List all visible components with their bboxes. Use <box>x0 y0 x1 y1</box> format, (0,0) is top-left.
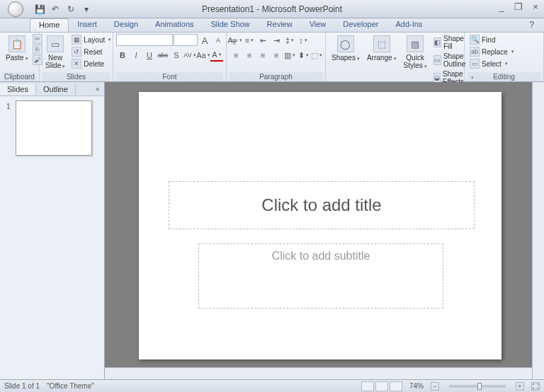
slide-thumbnail[interactable]: 1 <box>16 100 92 156</box>
underline-button[interactable]: U <box>143 49 156 62</box>
slideshow-view-button[interactable] <box>390 381 402 391</box>
slide[interactable]: Click to add title Click to add subtitle <box>139 92 502 359</box>
group-paragraph: ≔ ≡ ⇤ ⇥ ‡ ↕ ≡ ≡ ≡ ≡ ▥ ⬍ ⬚ Paragraph <box>227 33 326 81</box>
undo-icon[interactable]: ↶ <box>50 4 61 15</box>
smartart-button[interactable]: ⬚ <box>310 49 323 62</box>
redo-icon[interactable]: ↻ <box>65 4 76 15</box>
arrange-icon: ⬚ <box>373 35 390 52</box>
slide-canvas-area: Click to add title Click to add subtitle <box>105 82 544 379</box>
tab-review[interactable]: Review <box>259 18 301 32</box>
panel-tabs: Slides Outline × <box>0 82 104 96</box>
title-bar: 💾 ↶ ↻ ▾ Presentation1 - Microsoft PowerP… <box>0 0 544 18</box>
font-color-button[interactable]: A <box>210 49 223 62</box>
paragraph-group-label: Paragraph <box>230 72 322 81</box>
zoom-percent[interactable]: 74% <box>409 382 424 390</box>
new-slide-label: New Slide <box>45 54 65 70</box>
grow-font-button[interactable]: A <box>198 34 211 47</box>
zoom-in-button[interactable]: + <box>516 382 524 391</box>
save-icon[interactable]: 💾 <box>34 4 45 15</box>
align-right-button[interactable]: ≡ <box>256 49 269 62</box>
fit-to-window-button[interactable]: ⛶ <box>531 382 540 391</box>
new-slide-icon: ▭ <box>47 35 64 52</box>
tab-view[interactable]: View <box>301 18 335 32</box>
qat-more-icon[interactable]: ▾ <box>81 4 92 15</box>
title-placeholder[interactable]: Click to add title <box>169 181 475 229</box>
line-spacing-button[interactable]: ‡ <box>283 34 296 47</box>
minimize-button[interactable]: _ <box>496 1 507 11</box>
group-clipboard: 📋 Paste ✂ ⎘ 🖌 Clipboard <box>0 33 40 81</box>
new-slide-button[interactable]: ▭ New Slide <box>42 34 68 71</box>
status-bar: Slide 1 of 1 "Office Theme" 74% − + ⛶ <box>0 379 544 392</box>
office-button[interactable] <box>3 0 28 18</box>
find-button[interactable]: 🔍Find <box>468 34 516 45</box>
columns-button[interactable]: ▥ <box>283 49 296 62</box>
group-font: A A Aᵪ B I U abc S AV Aa A Font <box>113 33 227 81</box>
align-text-button[interactable]: ⬍ <box>297 49 310 62</box>
zoom-thumb[interactable] <box>477 383 482 390</box>
paste-label: Paste <box>6 54 28 62</box>
quick-styles-button[interactable]: ▨Quick Styles <box>401 34 430 71</box>
vertical-scrollbar[interactable] <box>532 82 544 379</box>
panel-tab-outline[interactable]: Outline <box>36 83 76 95</box>
increase-indent-button[interactable]: ⇥ <box>270 34 283 47</box>
window-title: Presentation1 - Microsoft PowerPoint <box>202 4 342 14</box>
work-area: Slides Outline × 1 Click to add title Cl… <box>0 82 544 379</box>
panel-close-button[interactable]: × <box>91 85 104 93</box>
zoom-out-button[interactable]: − <box>431 382 439 391</box>
tab-home[interactable]: Home <box>30 18 69 32</box>
shape-effects-icon: ◒ <box>434 73 441 83</box>
replace-button[interactable]: abReplace <box>468 46 516 57</box>
tab-slideshow[interactable]: Slide Show <box>203 18 259 32</box>
help-button[interactable]: ? <box>525 18 538 32</box>
tab-design[interactable]: Design <box>106 18 147 32</box>
text-direction-button[interactable]: ↕ <box>297 34 310 47</box>
change-case-button[interactable]: Aa <box>197 49 210 62</box>
select-button[interactable]: ▭Select <box>468 58 516 69</box>
decrease-indent-button[interactable]: ⇤ <box>256 34 269 47</box>
bold-button[interactable]: B <box>116 49 129 62</box>
find-icon: 🔍 <box>470 35 480 45</box>
normal-view-button[interactable] <box>361 381 374 391</box>
window-controls: _ ❐ × <box>496 1 541 11</box>
editing-group-label: Editing <box>468 72 540 81</box>
paste-button[interactable]: 📋 Paste <box>3 34 31 64</box>
bullets-button[interactable]: ≔ <box>230 34 242 47</box>
thumb-number: 1 <box>6 103 11 110</box>
font-size-combo[interactable] <box>174 34 198 46</box>
align-center-button[interactable]: ≡ <box>243 49 256 62</box>
layout-button[interactable]: ▦Layout <box>69 34 113 45</box>
char-spacing-button[interactable]: AV <box>183 49 196 62</box>
zoom-slider[interactable] <box>449 385 506 388</box>
delete-button[interactable]: ✕Delete <box>69 58 113 69</box>
tab-insert[interactable]: Insert <box>69 18 106 32</box>
numbering-button[interactable]: ≡ <box>243 34 256 47</box>
horizontal-scrollbar[interactable] <box>105 367 532 379</box>
group-slides: ▭ New Slide ▦Layout ↺Reset ✕Delete Slide… <box>40 33 113 81</box>
arrange-button[interactable]: ⬚Arrange <box>364 34 400 64</box>
font-family-combo[interactable] <box>116 34 173 46</box>
thumbnail-area: 1 <box>0 96 104 379</box>
status-theme: "Office Theme" <box>47 382 94 390</box>
sorter-view-button[interactable] <box>375 381 388 391</box>
reset-icon: ↺ <box>72 47 81 57</box>
delete-icon: ✕ <box>72 59 81 69</box>
italic-button[interactable]: I <box>130 49 142 62</box>
shadow-button[interactable]: S <box>170 49 183 62</box>
reset-button[interactable]: ↺Reset <box>69 46 113 57</box>
subtitle-placeholder[interactable]: Click to add subtitle <box>198 243 443 309</box>
slides-panel: Slides Outline × 1 <box>0 82 105 379</box>
tab-developer[interactable]: Developer <box>334 18 387 32</box>
shapes-button[interactable]: ◯Shapes <box>329 34 363 64</box>
restore-button[interactable]: ❐ <box>513 1 524 11</box>
view-buttons <box>361 381 402 391</box>
align-left-button[interactable]: ≡ <box>230 49 242 62</box>
shrink-font-button[interactable]: A <box>212 34 225 47</box>
justify-button[interactable]: ≡ <box>270 49 283 62</box>
tab-addins[interactable]: Add-Ins <box>387 18 431 32</box>
clipboard-group-label: Clipboard <box>3 72 36 81</box>
slides-group-label: Slides <box>42 72 110 81</box>
close-button[interactable]: × <box>530 1 541 11</box>
panel-tab-slides[interactable]: Slides <box>0 83 36 95</box>
tab-animations[interactable]: Animations <box>147 18 202 32</box>
strike-button[interactable]: abc <box>157 49 169 62</box>
